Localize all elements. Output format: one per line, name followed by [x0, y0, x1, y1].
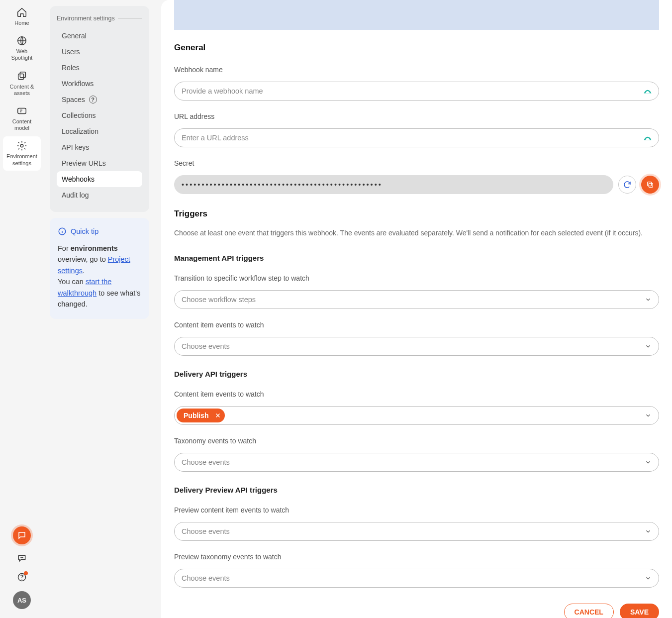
chevron-down-icon [645, 528, 652, 535]
chevron-down-icon [645, 412, 652, 419]
home-icon [16, 7, 27, 18]
select-mgmt-workflow[interactable]: Choose workflow steps [174, 290, 659, 309]
select-mgmt-workflow-ph: Choose workflow steps [182, 296, 256, 304]
mgmt-heading: Management API triggers [174, 254, 659, 262]
settings-panel: Environment settings General Users Roles… [44, 0, 155, 618]
settings-card: Environment settings General Users Roles… [50, 6, 149, 212]
gear-icon [16, 140, 27, 151]
chip-remove-button[interactable] [215, 412, 221, 418]
rail-content-model[interactable]: Content model [3, 102, 41, 135]
section-general: General [174, 43, 659, 53]
url-input[interactable] [174, 128, 659, 147]
cancel-button[interactable]: CANCEL [564, 604, 614, 618]
set-item-general[interactable]: General [57, 28, 142, 44]
rail-content-assets-label: Content & assets [5, 84, 39, 97]
copy-secret-button[interactable] [641, 176, 659, 194]
chevron-down-icon [645, 459, 652, 466]
set-item-preview-urls[interactable]: Preview URLs [57, 155, 142, 171]
copy-icon [646, 181, 654, 189]
chip-publish-label: Publish [184, 412, 209, 419]
layers-icon [16, 71, 27, 82]
set-item-users[interactable]: Users [57, 44, 142, 60]
help-button[interactable] [17, 572, 27, 582]
select-delivery-taxonomy[interactable]: Choose events [174, 453, 659, 472]
label-mgmt-events: Content item events to watch [174, 321, 659, 329]
intercom-button[interactable] [13, 526, 31, 544]
section-triggers: Triggers [174, 209, 659, 219]
page-body: General Webhook name URL address Secret [174, 30, 659, 618]
feedback-icon [17, 553, 27, 563]
globe-icon [16, 35, 27, 46]
save-button[interactable]: SAVE [620, 604, 659, 618]
label-webhook-name: Webhook name [174, 66, 659, 74]
set-item-spaces-label: Spaces [62, 96, 85, 103]
set-item-localization[interactable]: Localization [57, 123, 142, 139]
main-area: General Webhook name URL address Secret [161, 0, 672, 618]
chevron-down-icon [645, 296, 652, 303]
avatar[interactable]: AS [13, 591, 31, 609]
brand-icon [643, 88, 652, 94]
close-icon [215, 412, 221, 418]
select-preview-content[interactable]: Choose events [174, 522, 659, 541]
label-secret: Secret [174, 159, 659, 167]
svg-rect-8 [649, 183, 653, 187]
select-delivery-content[interactable]: Publish [174, 406, 659, 425]
rail-environment-settings[interactable]: Environment settings [3, 136, 41, 170]
select-delivery-taxonomy-ph: Choose events [182, 458, 230, 466]
label-url: URL address [174, 112, 659, 120]
set-item-roles[interactable]: Roles [57, 60, 142, 76]
svg-point-4 [20, 145, 23, 148]
tip-heading: Quick tip [71, 227, 98, 235]
select-preview-taxonomy[interactable]: Choose events [174, 569, 659, 588]
top-banner [174, 0, 659, 30]
chevron-down-icon [645, 343, 652, 350]
rail-web-spotlight[interactable]: Web Spotlight [3, 31, 41, 65]
rail-env-settings-label: Environment settings [5, 153, 39, 166]
regenerate-secret-button[interactable] [618, 176, 636, 194]
label-delivery-taxonomy: Taxonomy events to watch [174, 437, 659, 445]
model-icon [16, 105, 27, 116]
secret-input [174, 175, 613, 194]
tip-card: Quick tip For environments overview, go … [50, 218, 149, 319]
webhook-name-input[interactable] [174, 82, 659, 101]
rail-web-spotlight-label: Web Spotlight [5, 48, 39, 61]
select-mgmt-events-ph: Choose events [182, 342, 230, 350]
svg-rect-1 [18, 74, 24, 79]
select-mgmt-events[interactable]: Choose events [174, 337, 659, 356]
set-item-webhooks[interactable]: Webhooks [57, 171, 142, 187]
label-mgmt-workflow: Transition to specific workflow step to … [174, 274, 659, 282]
label-delivery-content: Content item events to watch [174, 390, 659, 398]
select-preview-taxonomy-ph: Choose events [182, 574, 230, 582]
feedback-button[interactable] [17, 553, 27, 563]
svg-rect-9 [648, 182, 652, 186]
chip-publish: Publish [177, 409, 225, 422]
svg-rect-2 [20, 72, 25, 77]
brand-icon [643, 135, 652, 141]
triggers-description: Choose at least one event that triggers … [174, 228, 659, 239]
label-preview-content: Preview content item events to watch [174, 506, 659, 514]
chat-icon [17, 531, 26, 540]
rail-home-label: Home [14, 20, 29, 26]
nav-rail: Home Web Spotlight Content & assets Cont… [0, 0, 44, 618]
preview-heading: Delivery Preview API triggers [174, 486, 659, 494]
set-item-spaces[interactable]: Spaces ? [57, 92, 142, 107]
footer-actions: CANCEL SAVE [174, 604, 659, 618]
rail-home[interactable]: Home [3, 3, 41, 30]
rail-content-model-label: Content model [5, 118, 39, 131]
set-item-workflows[interactable]: Workflows [57, 76, 142, 92]
rail-content-assets[interactable]: Content & assets [3, 67, 41, 101]
set-item-api-keys[interactable]: API keys [57, 139, 142, 155]
notification-dot [24, 571, 28, 575]
help-badge-icon[interactable]: ? [89, 96, 97, 103]
select-preview-content-ph: Choose events [182, 527, 230, 535]
chevron-down-icon [645, 575, 652, 582]
tip-header: Quick tip [58, 227, 141, 236]
set-item-collections[interactable]: Collections [57, 107, 142, 123]
label-preview-taxonomy: Preview taxonomy events to watch [174, 553, 659, 561]
tip-body: For environments overview, go to Project… [58, 243, 141, 310]
info-icon [58, 227, 67, 236]
set-item-audit-log[interactable]: Audit log [57, 187, 142, 203]
svg-rect-3 [18, 108, 26, 113]
svg-point-6 [22, 579, 22, 580]
delivery-heading: Delivery API triggers [174, 370, 659, 378]
